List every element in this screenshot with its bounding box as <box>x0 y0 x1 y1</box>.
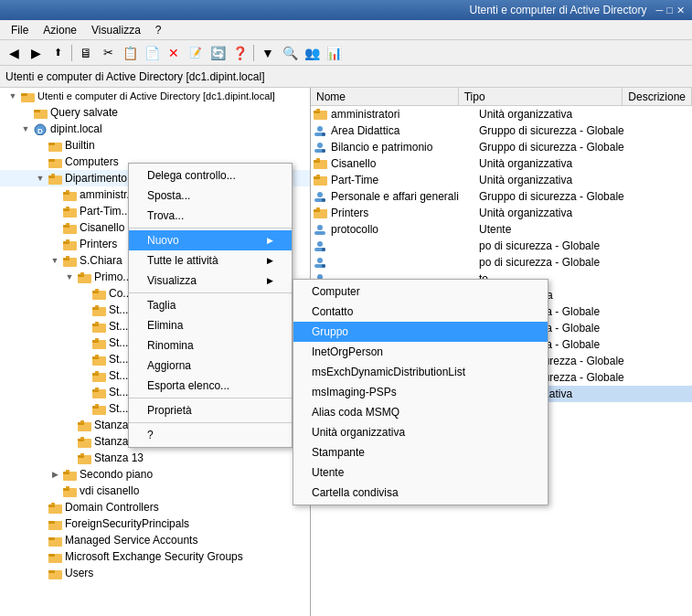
submenu-inetorgperson[interactable]: InetOrgPerson <box>293 342 548 362</box>
up-button[interactable]: ⬆ <box>48 43 68 63</box>
menu-file[interactable]: File <box>4 20 36 39</box>
content-row-area-didattica[interactable]: Area Didattica Gruppo di sicurezza - Glo… <box>311 122 692 139</box>
ctx-trova[interactable]: Trova... <box>129 206 292 226</box>
row-name-protocollo: protocollo <box>331 223 479 236</box>
tree-label-users: Users <box>65 567 93 579</box>
expand-schiara[interactable]: ▼ <box>48 253 62 268</box>
folder-icon-primo <box>77 270 91 284</box>
filter-button[interactable]: ▼ <box>258 43 278 63</box>
search-button[interactable]: 🔍 <box>280 43 300 63</box>
submenu-nuovo: Computer Contatto Gruppo InetOrgPerson m… <box>293 279 548 505</box>
col-header-nome[interactable]: Nome <box>311 88 459 105</box>
submenu-msexch[interactable]: msExchDynamicDistributionList <box>293 362 548 382</box>
ctx-delega[interactable]: Delega controllo... <box>129 165 292 186</box>
back-button[interactable]: ◀ <box>4 43 24 63</box>
tree-item-secondo[interactable]: ▶Secondo piano <box>0 466 310 483</box>
ctx-proprieta[interactable]: Proprietà <box>129 400 292 420</box>
expand-dipint[interactable]: ▼ <box>18 122 33 136</box>
folder-icon-dc <box>48 500 62 515</box>
tree-item-users[interactable]: ▶Users <box>0 565 310 581</box>
svg-point-98 <box>322 198 325 202</box>
title-bar-text: Utenti e computer di Active Directory <box>0 4 656 16</box>
submenu-stampante[interactable]: Stampante <box>293 442 548 462</box>
content-row-protocollo[interactable]: protocollo Utente <box>311 221 692 238</box>
context-menu: Delega controllo... Sposta... Trova... N… <box>128 163 293 448</box>
close-btn[interactable]: ✕ <box>676 5 685 16</box>
copy-button[interactable]: 📋 <box>120 43 140 63</box>
tree-item-vdi[interactable]: ▶vdi cisanello <box>0 483 310 499</box>
minimize-btn[interactable]: ─ <box>656 5 664 16</box>
content-header: Nome Tipo Descrizione <box>311 88 692 106</box>
expand-primo[interactable]: ▼ <box>62 270 77 284</box>
submenu-gruppo[interactable]: Gruppo <box>293 322 548 342</box>
maximize-btn[interactable]: □ <box>666 5 673 16</box>
submenu-computer[interactable]: Computer <box>293 281 548 302</box>
expand-dipartimento[interactable]: ▼ <box>33 171 48 186</box>
content-row-partial2[interactable]: po di sicurezza - Globale <box>311 254 692 271</box>
ctx-help[interactable]: ? <box>129 425 292 445</box>
cut-button[interactable]: ✂ <box>98 43 118 63</box>
submenu-msimaging[interactable]: msImaging-PSPs <box>293 382 548 402</box>
submenu-contatto[interactable]: Contatto <box>293 302 548 322</box>
forward-button[interactable]: ▶ <box>26 43 46 63</box>
expand-builtin[interactable]: ▶ <box>33 138 48 153</box>
content-row-cisanello[interactable]: Cisanello Unità organizzativa <box>311 155 692 172</box>
submenu-alias-msmq[interactable]: Alias coda MSMQ <box>293 402 548 422</box>
tree-item-dc[interactable]: ▶Domain Controllers <box>0 499 310 515</box>
menu-azione[interactable]: Azione <box>36 20 84 39</box>
paste-button[interactable]: 📄 <box>142 43 162 63</box>
content-row-bilancio[interactable]: Bilancio e patrimonio Gruppo di sicurezz… <box>311 139 692 155</box>
ctx-aggiorna[interactable]: Aggiorna <box>129 356 292 376</box>
submenu-unita-org[interactable]: Unità organizzativa <box>293 422 548 442</box>
expand-root[interactable]: ▼ <box>5 89 20 103</box>
tree-item-query[interactable]: ▶ Query salvate <box>0 104 310 121</box>
refresh-button[interactable]: 🔄 <box>208 43 228 63</box>
help-button[interactable]: ❓ <box>229 43 250 63</box>
show-console-button[interactable]: 🖥 <box>76 43 96 63</box>
svg-rect-42 <box>95 338 99 341</box>
ctx-tutte-attivita[interactable]: Tutte le attività <box>129 250 292 271</box>
tree-item-dipint[interactable]: ▼ D dipint.local <box>0 121 310 137</box>
tree-item-managed[interactable]: ▶Managed Service Accounts <box>0 532 310 548</box>
ctx-esporta[interactable]: Esporta elenco... <box>129 376 292 396</box>
folder-icon-stanza11 <box>77 418 91 432</box>
ctx-sposta[interactable]: Sposta... <box>129 186 292 206</box>
content-row-amministratori[interactable]: amministratori Unità organizzativa <box>311 106 692 122</box>
users-button[interactable]: 👥 <box>302 43 322 63</box>
content-row-printers[interactable]: Printers Unità organizzativa <box>311 205 692 221</box>
ctx-nuovo[interactable]: Nuovo <box>129 230 292 250</box>
expand-secondo[interactable]: ▶ <box>48 467 62 482</box>
folder-icon-builtin <box>48 138 62 153</box>
tree-item-stanza13[interactable]: ▶Stanza 13 <box>0 450 310 466</box>
tree-item-exchange[interactable]: ▶Microsoft Exchange Security Groups <box>0 548 310 565</box>
svg-rect-51 <box>95 388 99 390</box>
tree-item-builtin[interactable]: ▶ Builtin <box>0 137 310 154</box>
toolbar-extra[interactable]: 📊 <box>324 43 344 63</box>
ctx-elimina[interactable]: Elimina <box>129 315 292 335</box>
col-header-tipo[interactable]: Tipo <box>459 88 623 105</box>
tree-item-root[interactable]: ▼ Utenti e computer di Active Directory … <box>0 88 310 104</box>
menu-help[interactable]: ? <box>148 20 169 39</box>
content-row-partial1[interactable]: po di sicurezza - Globale <box>311 238 692 254</box>
svg-rect-45 <box>95 355 99 357</box>
tree-label-secondo: Secondo piano <box>80 468 153 481</box>
submenu-utente[interactable]: Utente <box>293 462 548 483</box>
content-row-personale[interactable]: Personale e affari generali Gruppo di si… <box>311 188 692 205</box>
expand-computers[interactable]: ▶ <box>33 154 48 169</box>
col-header-desc[interactable]: Descrizione <box>623 88 692 105</box>
ctx-taglia[interactable]: Taglia <box>129 295 292 315</box>
svg-rect-3 <box>34 110 40 112</box>
ctx-visualizza[interactable]: Visualizza <box>129 271 292 291</box>
menu-visualizza[interactable]: Visualizza <box>84 20 148 39</box>
submenu-cartella[interactable]: Cartella condivisa <box>293 483 548 503</box>
ctx-rinomina[interactable]: Rinomina <box>129 335 292 356</box>
tree-label-st2: St... <box>109 320 128 333</box>
properties-button[interactable]: 📝 <box>186 43 206 63</box>
tree-label-dc: Domain Controllers <box>65 501 159 514</box>
tree-item-foreign[interactable]: ▶ForeignSecurityPrincipals <box>0 515 310 532</box>
svg-rect-74 <box>48 521 55 524</box>
content-row-parttime[interactable]: Part-Time Unità organizzativa <box>311 172 692 188</box>
svg-point-109 <box>322 264 325 268</box>
delete-button[interactable]: ✕ <box>164 43 184 63</box>
expand-query[interactable]: ▶ <box>18 105 33 120</box>
